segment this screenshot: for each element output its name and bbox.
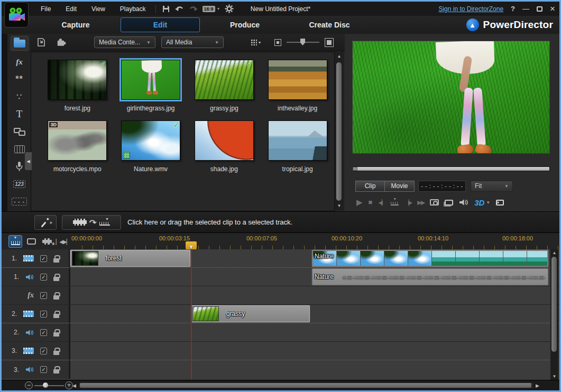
audio-track-2-body[interactable] [70, 323, 550, 341]
track-lock-icon[interactable] [53, 258, 59, 263]
scrollbar-thumb[interactable] [80, 383, 531, 388]
sidebar-item-pip-objects-room[interactable]: ** [11, 73, 29, 86]
hscroll-left-icon[interactable]: ◀ [72, 383, 76, 388]
thumbnail-inthevalley[interactable] [268, 60, 327, 100]
timeline-view-button[interactable] [8, 235, 22, 248]
thumbnail-nature[interactable]: ✓ [121, 120, 180, 161]
timeline-zoom-slider-thumb[interactable] [43, 382, 48, 388]
track-lock-icon[interactable] [53, 277, 59, 281]
video-track-3-body[interactable] [70, 342, 550, 360]
sidebar-item-particle-room[interactable]: ∵ [11, 90, 29, 103]
media-content-dropdown[interactable]: Media Conte... ▼ [94, 36, 155, 48]
clip-mode-button[interactable]: Clip [355, 181, 385, 192]
import-media-button[interactable] [34, 36, 50, 49]
preview-seek-bar[interactable] [352, 166, 550, 171]
sidebar-item-chapter-room[interactable]: 123 [11, 178, 29, 190]
aspect-ratio-dropdown[interactable]: 16:9 ▼ [203, 6, 220, 12]
media-item-girlinthegrass[interactable]: girlinthegrass.jpg [114, 60, 188, 112]
scroll-down-icon[interactable]: ▼ [335, 203, 344, 208]
playhead-line[interactable] [191, 249, 192, 380]
seek-to-marker-button[interactable] [391, 199, 399, 206]
track-enable-checkbox[interactable]: ✓ [40, 292, 47, 299]
close-button[interactable]: × [550, 6, 555, 12]
track-enable-checkbox[interactable]: ✓ [40, 274, 47, 281]
thumbnail-size-slider[interactable] [287, 38, 319, 46]
timeline-zoom-out-button[interactable]: − [25, 381, 33, 389]
track-enable-checkbox[interactable]: ✓ [40, 311, 47, 318]
thumbnail-grassy[interactable]: ✓ [195, 60, 254, 100]
media-item-inthevalley[interactable]: inthevalley.jpg [261, 60, 334, 112]
undock-preview-button[interactable] [496, 200, 504, 206]
storyboard-view-button[interactable] [24, 235, 38, 248]
all-media-dropdown[interactable]: All Media ▼ [161, 36, 224, 48]
thumbnail-large-button[interactable] [325, 38, 334, 47]
timecode-display[interactable]: - - : - - : - - : - - [418, 181, 466, 192]
fast-forward-button[interactable]: ▶▶ [417, 198, 424, 207]
tab-produce[interactable]: Produce [205, 18, 284, 32]
save-icon[interactable] [159, 4, 173, 14]
media-item-nature[interactable]: ✓ Nature.wmv [114, 120, 188, 173]
timeline-zoom-in-button[interactable]: + [65, 381, 73, 389]
track-lock-icon[interactable] [53, 314, 59, 318]
range-select-button[interactable]: ▏◀▶▏ [56, 235, 70, 248]
track-enable-checkbox[interactable]: ✓ [40, 366, 47, 373]
sidebar-item-transition-room[interactable] [11, 125, 29, 138]
media-item-forest[interactable]: ✓ forest.jpg [41, 60, 114, 112]
tab-capture[interactable]: Capture [36, 18, 115, 32]
sidebar-item-subtitle-room[interactable]: - - - [11, 195, 29, 208]
snapshot-camera-button[interactable] [430, 199, 439, 206]
video-track-1-body[interactable]: forest Nature [70, 249, 550, 267]
audio-track-3-body[interactable] [70, 360, 550, 379]
timeline-ruler[interactable]: 00:00:00:00 00:00:03:15 00:00:07:05 00:0… [70, 233, 559, 250]
signin-directorzone-link[interactable]: Sign in to DirectorZone [438, 5, 503, 13]
plugin-puzzle-button[interactable] [53, 36, 69, 49]
media-item-grassy[interactable]: ✓ grassy.jpg [188, 60, 261, 112]
media-item-tropical[interactable]: tropical.jpg [261, 120, 334, 173]
track-lock-icon[interactable] [53, 351, 59, 355]
scrollbar-thumb[interactable] [336, 62, 342, 201]
media-item-shade[interactable]: shade.jpg [188, 120, 261, 173]
3d-mode-button[interactable]: 3D ▼ [474, 198, 490, 207]
hscroll-right-icon[interactable]: ▶ [536, 383, 539, 388]
menu-edit[interactable]: Edit [59, 3, 83, 15]
settings-gear-icon[interactable] [222, 4, 236, 14]
scroll-up-icon[interactable]: ▲ [550, 250, 558, 255]
menu-playback[interactable]: Playback [114, 3, 152, 15]
seek-thumb[interactable] [353, 167, 357, 171]
redo-icon[interactable] [187, 4, 200, 14]
sidebar-item-effect-room[interactable]: fx [11, 55, 29, 68]
sidebar-item-title-room[interactable]: T [11, 108, 29, 120]
insert-to-timeline-button[interactable]: ↷ [62, 215, 121, 230]
track-enable-checkbox[interactable]: ✓ [40, 348, 47, 354]
help-button[interactable]: ? [511, 5, 515, 13]
sort-view-button[interactable]: ▼ [249, 36, 263, 48]
track-lock-icon[interactable] [53, 332, 59, 337]
undo-icon[interactable] [173, 4, 187, 14]
slider-thumb[interactable] [300, 39, 305, 45]
scroll-down-icon[interactable]: ▼ [550, 374, 558, 379]
previous-frame-button[interactable]: ◀▏ [378, 198, 385, 207]
video-track-2-body[interactable]: grassy [70, 305, 550, 323]
clip-grassy[interactable]: grassy [191, 305, 310, 322]
playhead-marker[interactable] [186, 241, 197, 249]
thumbnail-girlinthegrass[interactable] [121, 60, 180, 100]
library-collapse-handle[interactable]: ◀ [25, 152, 32, 170]
tab-create-disc[interactable]: Create Disc [290, 18, 369, 32]
thumbnail-tropical[interactable] [268, 120, 327, 161]
thumbnail-forest[interactable]: ✓ [48, 60, 107, 100]
thumbnail-small-button[interactable] [274, 39, 281, 46]
scroll-up-icon[interactable]: ▲ [335, 54, 344, 59]
library-scrollbar[interactable]: ▲ ▼ [335, 52, 344, 210]
track-enable-checkbox[interactable]: ✓ [40, 255, 47, 262]
fit-dropdown[interactable]: Fit ▼ [471, 181, 513, 192]
timeline-vertical-scrollbar[interactable]: ▲ ▼ [550, 249, 558, 380]
media-item-motorcycles[interactable]: 3D motorcycles.mpo [41, 120, 114, 173]
clip-forest[interactable]: forest [70, 250, 190, 267]
menu-file[interactable]: File [34, 3, 57, 15]
maximize-button[interactable] [537, 6, 542, 12]
audio-track-1-body[interactable]: Nature [70, 268, 550, 286]
scrollbar-thumb[interactable] [551, 257, 557, 352]
effect-track-body[interactable] [70, 286, 550, 304]
track-lock-icon[interactable] [53, 369, 59, 374]
thumbnail-motorcycles[interactable]: 3D [48, 120, 107, 161]
